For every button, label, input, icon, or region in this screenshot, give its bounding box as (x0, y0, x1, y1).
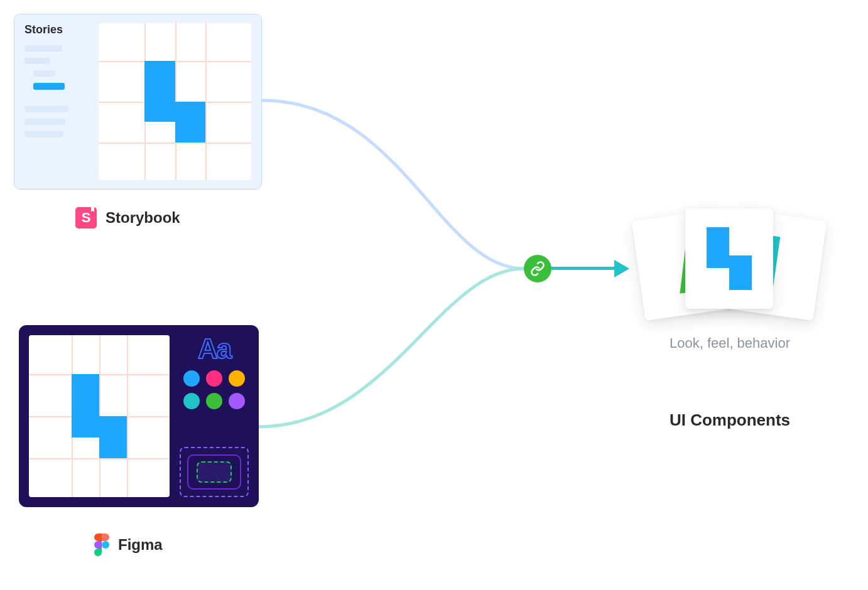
figma-color-swatches (180, 370, 249, 409)
sidebar-placeholder (24, 45, 62, 51)
sidebar-placeholder (24, 131, 63, 137)
output-caption: Look, feel, behavior (636, 335, 824, 351)
figma-label-row: Figma (94, 534, 163, 556)
figma-frame-selection (180, 447, 249, 497)
arrow-head-icon (614, 260, 629, 277)
output-card-front (685, 208, 773, 309)
storybook-sidebar: Stories (24, 23, 87, 180)
figma-logo-icon (94, 534, 109, 556)
sidebar-placeholder (24, 119, 65, 125)
link-icon (524, 255, 551, 282)
color-swatch (183, 393, 200, 409)
storybook-label: Storybook (106, 209, 180, 227)
output-card-stack (638, 208, 820, 321)
output-heading: UI Components (636, 410, 824, 430)
storybook-sidebar-title: Stories (24, 23, 87, 36)
storybook-label-row: S Storybook (75, 207, 180, 228)
figma-canvas (29, 335, 170, 497)
card-shape-icon (701, 227, 757, 290)
figma-typography-sample: Aa (180, 335, 249, 363)
figma-side-panel: Aa (180, 335, 249, 497)
color-swatch (229, 370, 245, 387)
sidebar-placeholder-active (33, 83, 65, 90)
color-swatch (206, 370, 222, 387)
storybook-canvas (99, 23, 251, 180)
storybook-logo-icon: S (75, 207, 97, 228)
sidebar-placeholder (33, 70, 55, 77)
color-swatch (229, 393, 245, 409)
color-swatch (183, 370, 200, 387)
arrow-line (551, 267, 617, 270)
sidebar-placeholder (24, 106, 68, 112)
figma-label: Figma (118, 536, 163, 554)
storybook-logo-letter: S (82, 210, 91, 226)
color-swatch (206, 393, 222, 409)
figma-panel: Aa (19, 325, 259, 507)
sidebar-placeholder (24, 58, 50, 64)
storybook-panel: Stories (14, 14, 262, 190)
